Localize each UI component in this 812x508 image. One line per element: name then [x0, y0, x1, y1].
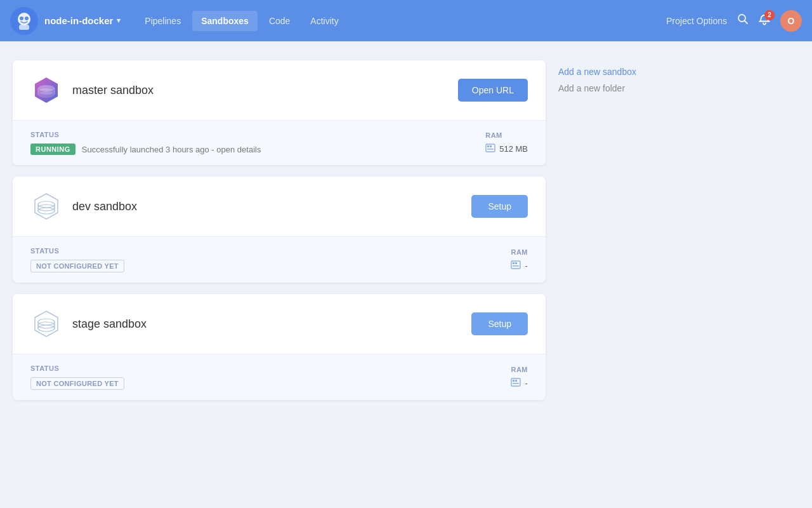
- card-top-master: master sandbox Open URL: [13, 60, 546, 120]
- svg-rect-15: [490, 145, 492, 147]
- svg-rect-13: [486, 144, 495, 152]
- status-section-master: STATUS RUNNING Successfully launched 3 h…: [30, 131, 261, 155]
- svg-point-1: [18, 13, 30, 25]
- svg-rect-14: [487, 145, 489, 147]
- setup-button-stage[interactable]: Setup: [471, 312, 528, 335]
- card-top-dev: dev sandbox Setup: [13, 177, 546, 236]
- status-section-stage: STATUS NOT CONFIGURED YET: [30, 364, 124, 390]
- ram-label: RAM: [485, 131, 502, 139]
- svg-rect-16: [487, 149, 494, 150]
- svg-rect-25: [515, 262, 517, 264]
- search-icon[interactable]: [737, 13, 749, 28]
- nav-activity[interactable]: Activity: [301, 11, 347, 31]
- card-bottom-stage: STATUS NOT CONFIGURED YET RAM: [13, 354, 546, 400]
- svg-line-6: [745, 21, 748, 24]
- svg-point-2: [20, 17, 23, 20]
- status-row-master: RUNNING Successfully launched 3 hours ag…: [30, 144, 261, 155]
- svg-rect-4: [19, 25, 29, 30]
- status-badge-not-configured-stage: NOT CONFIGURED YET: [30, 377, 124, 390]
- svg-rect-36: [513, 383, 519, 384]
- user-avatar[interactable]: O: [780, 10, 802, 32]
- nav-code[interactable]: Code: [260, 11, 299, 31]
- sandbox-icon-dev: [30, 190, 62, 222]
- ram-label-dev: RAM: [511, 248, 528, 256]
- status-section-dev: STATUS NOT CONFIGURED YET: [30, 247, 124, 272]
- main-nav: Pipelines Sandboxes Code Activity: [136, 11, 666, 31]
- open-url-button[interactable]: Open URL: [458, 79, 528, 102]
- status-row-dev: NOT CONFIGURED YET: [30, 260, 124, 272]
- status-label: STATUS: [30, 131, 261, 138]
- chevron-down-icon: ▾: [117, 17, 121, 25]
- nav-sandboxes[interactable]: Sandboxes: [192, 11, 258, 31]
- svg-rect-23: [511, 261, 520, 269]
- ram-value-dev: -: [511, 260, 527, 272]
- sidebar: Add a new sandbox Add a new folder: [558, 60, 685, 400]
- svg-point-3: [25, 17, 29, 20]
- ram-icon-stage: [511, 377, 521, 389]
- notifications-button[interactable]: 2: [759, 14, 770, 28]
- add-folder-link[interactable]: Add a new folder: [558, 83, 685, 93]
- sandbox-name-stage: stage sandbox: [72, 318, 461, 331]
- status-label-stage: STATUS: [30, 364, 124, 372]
- status-label-dev: STATUS: [30, 247, 124, 255]
- sandboxes-list: master sandbox Open URL STATUS RUNNING S…: [13, 60, 546, 400]
- svg-point-10: [38, 91, 55, 98]
- ram-value-stage: -: [511, 377, 527, 389]
- header-right: Project Options 2 O: [666, 10, 802, 32]
- status-badge-not-configured-dev: NOT CONFIGURED YET: [30, 260, 124, 272]
- status-row-stage: NOT CONFIGURED YET: [30, 377, 124, 390]
- status-badge-running: RUNNING: [30, 144, 75, 155]
- sandbox-card-master: master sandbox Open URL STATUS RUNNING S…: [13, 60, 546, 165]
- card-bottom-dev: STATUS NOT CONFIGURED YET RAM: [13, 236, 546, 283]
- ram-section-dev: RAM -: [511, 248, 528, 272]
- status-detail-master[interactable]: Successfully launched 3 hours ago - open…: [82, 145, 261, 154]
- ram-section-master: RAM 512 MB: [485, 131, 528, 155]
- ram-label-stage: RAM: [511, 366, 528, 373]
- svg-rect-24: [513, 262, 514, 264]
- notification-badge: 2: [764, 10, 775, 20]
- svg-rect-33: [511, 378, 520, 386]
- ram-icon: [485, 143, 495, 155]
- ram-value-text-dev: -: [525, 261, 527, 271]
- app-logo[interactable]: [10, 7, 38, 35]
- sandbox-name-master: master sandbox: [72, 84, 448, 97]
- sandbox-card-stage: stage sandbox Setup STATUS NOT CONFIGURE…: [13, 294, 546, 400]
- sandbox-name-dev: dev sandbox: [72, 200, 461, 213]
- card-bottom-master: STATUS RUNNING Successfully launched 3 h…: [13, 120, 546, 165]
- ram-value-master: 512 MB: [485, 143, 528, 155]
- ram-section-stage: RAM -: [511, 366, 528, 389]
- project-options-link[interactable]: Project Options: [666, 16, 727, 26]
- sandbox-icon-master: [30, 74, 62, 106]
- main-content: master sandbox Open URL STATUS RUNNING S…: [0, 41, 812, 419]
- nav-pipelines[interactable]: Pipelines: [136, 11, 190, 31]
- setup-button-dev[interactable]: Setup: [471, 195, 528, 218]
- ram-value-text-stage: -: [525, 378, 527, 388]
- card-top-stage: stage sandbox Setup: [13, 294, 546, 354]
- add-sandbox-link[interactable]: Add a new sandbox: [558, 67, 685, 77]
- ram-icon-dev: [511, 260, 521, 272]
- sandbox-icon-stage: [30, 308, 62, 340]
- main-header: node-in-docker ▾ Pipelines Sandboxes Cod…: [0, 0, 812, 41]
- project-name[interactable]: node-in-docker ▾: [44, 15, 121, 26]
- svg-rect-26: [513, 265, 519, 267]
- ram-value-text-master: 512 MB: [499, 144, 528, 154]
- svg-rect-35: [515, 380, 517, 382]
- svg-rect-34: [513, 380, 514, 382]
- sandbox-card-dev: dev sandbox Setup STATUS NOT CONFIGURED …: [13, 177, 546, 283]
